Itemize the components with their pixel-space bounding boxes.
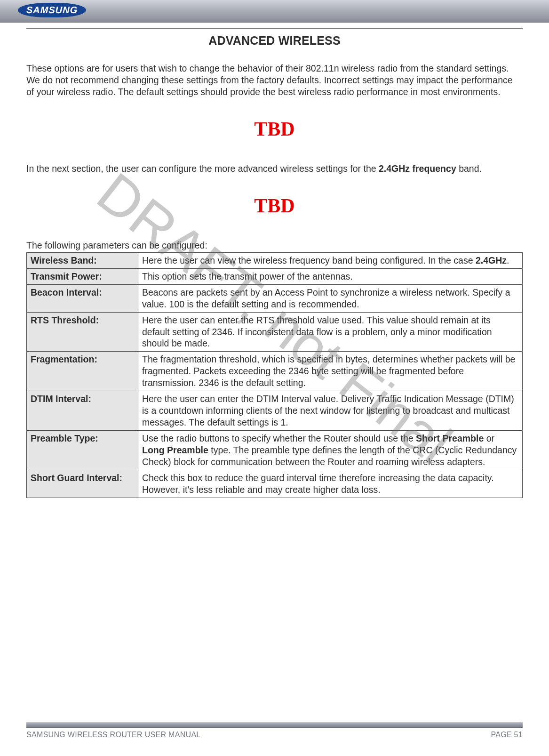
table-row: Short Guard Interval: Check this box to …: [27, 470, 523, 498]
params-intro: The following parameters can be configur…: [26, 240, 523, 251]
param-desc: Here the user can view the wireless freq…: [138, 252, 523, 268]
table-row: Transmit Power: This option sets the tra…: [27, 268, 523, 284]
param-label: Beacon Interval:: [27, 284, 138, 312]
param-label: RTS Threshold:: [27, 312, 138, 352]
footer-page-number: PAGE 51: [491, 731, 523, 739]
param-desc: This option sets the transmit power of t…: [138, 268, 523, 284]
param-desc: Check this box to reduce the guard inter…: [138, 470, 523, 498]
bold-frequency: 2.4GHz frequency: [379, 163, 456, 174]
param-label: Short Guard Interval:: [27, 470, 138, 498]
text-run: In the next section, the user can config…: [26, 163, 379, 174]
text-run: band.: [456, 163, 482, 174]
param-label: DTIM Interval:: [27, 391, 138, 431]
header-bar: SAMSUNG: [0, 0, 549, 23]
brand-logo-text: SAMSUNG: [17, 3, 86, 17]
footer-manual-title: SAMSUNG WIRELESS ROUTER USER MANUAL: [26, 731, 201, 739]
table-row: RTS Threshold: Here the user can enter t…: [27, 312, 523, 352]
brand-logo: SAMSUNG: [18, 3, 86, 17]
header-rule: [26, 28, 523, 29]
next-section-paragraph: In the next section, the user can config…: [26, 163, 523, 175]
table-row: DTIM Interval: Here the user can enter t…: [27, 391, 523, 431]
tbd-placeholder-1: TBD: [26, 118, 523, 140]
footer-bar: [26, 722, 523, 728]
table-row: Fragmentation: The fragmentation thresho…: [27, 352, 523, 391]
parameters-table: Wireless Band: Here the user can view th…: [26, 252, 523, 498]
intro-paragraph: These options are for users that wish to…: [26, 63, 523, 98]
param-label: Wireless Band:: [27, 252, 138, 268]
param-desc: The fragmentation threshold, which is sp…: [138, 352, 523, 391]
param-label: Transmit Power:: [27, 268, 138, 284]
param-label: Preamble Type:: [27, 431, 138, 470]
tbd-placeholder-2: TBD: [26, 194, 523, 217]
page-footer: SAMSUNG WIRELESS ROUTER USER MANUAL PAGE…: [0, 722, 549, 739]
table-row: Beacon Interval: Beacons are packets sen…: [27, 284, 523, 312]
param-label: Fragmentation:: [27, 352, 138, 391]
param-desc: Beacons are packets sent by an Access Po…: [138, 284, 523, 312]
param-desc: Here the user can enter the RTS threshol…: [138, 312, 523, 352]
table-row: Preamble Type: Use the radio buttons to …: [27, 431, 523, 470]
table-row: Wireless Band: Here the user can view th…: [27, 252, 523, 268]
param-desc: Use the radio buttons to specify whether…: [138, 431, 523, 470]
param-desc: Here the user can enter the DTIM Interva…: [138, 391, 523, 431]
page-title: ADVANCED WIRELESS: [26, 34, 523, 48]
